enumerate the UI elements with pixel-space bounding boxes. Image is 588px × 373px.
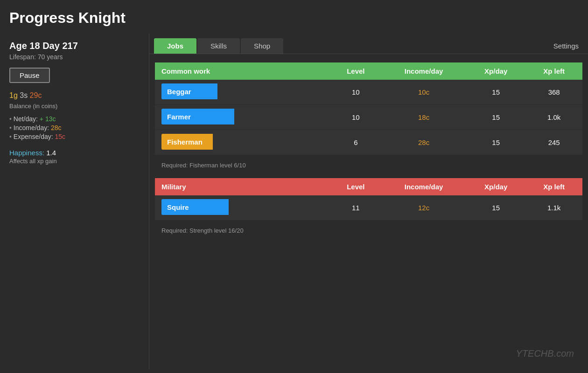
app-title: Progress Knight bbox=[0, 0, 588, 34]
squire-button[interactable]: Squire bbox=[161, 199, 255, 215]
silver-amount: 3s bbox=[20, 91, 28, 99]
farmer-xpleft: 1.0k bbox=[525, 105, 582, 130]
farmer-xpday: 15 bbox=[466, 105, 525, 130]
fisherman-button[interactable]: Fisherman bbox=[161, 134, 255, 150]
beggar-income: 10c bbox=[381, 80, 466, 105]
fisherman-level: 6 bbox=[330, 130, 381, 155]
job-name-cell[interactable]: Farmer bbox=[155, 105, 330, 130]
main-layout: Age 18 Day 217 Lifespan: 70 years Pause … bbox=[0, 34, 588, 369]
happiness-label: Happiness: bbox=[9, 149, 44, 157]
table-row: Fisherman 6 28c 15 245 bbox=[155, 130, 582, 155]
mil-col-xpday: Xp/day bbox=[466, 178, 525, 195]
net-per-day-label: Net/day: bbox=[14, 115, 40, 123]
tab-shop[interactable]: Shop bbox=[241, 38, 283, 54]
happiness-desc: Affects all xp gain bbox=[9, 158, 140, 165]
gold-amount: 1g bbox=[9, 91, 18, 99]
table-row: Beggar 10 10c 15 368 bbox=[155, 80, 582, 105]
tab-bar: Jobs Skills Shop Settings bbox=[149, 34, 588, 54]
net-per-day-value: + 13c bbox=[40, 115, 56, 123]
copper-amount: 29c bbox=[30, 91, 42, 99]
col-xpday: Xp/day bbox=[466, 62, 525, 80]
job-name-cell[interactable]: Beggar bbox=[155, 80, 330, 105]
military-title: Military bbox=[155, 178, 330, 195]
squire-level: 11 bbox=[330, 195, 381, 221]
squire-xpday: 15 bbox=[466, 195, 525, 221]
squire-progress bbox=[161, 199, 229, 215]
beggar-xpleft: 368 bbox=[525, 80, 582, 105]
balance-label: Balance (in coins) bbox=[9, 103, 140, 110]
job-name-cell[interactable]: Fisherman bbox=[155, 130, 330, 155]
beggar-progress bbox=[161, 83, 217, 99]
left-panel: Age 18 Day 217 Lifespan: 70 years Pause … bbox=[0, 34, 149, 369]
fisherman-xpleft: 245 bbox=[525, 130, 582, 155]
settings-button[interactable]: Settings bbox=[549, 39, 583, 53]
military-table: Military Level Income/day Xp/day Xp left bbox=[155, 178, 582, 221]
mil-col-xpleft: Xp left bbox=[525, 178, 582, 195]
farmer-income: 18c bbox=[381, 105, 466, 130]
col-xpleft: Xp left bbox=[525, 62, 582, 80]
squire-xpleft: 1.1k bbox=[525, 195, 582, 221]
tab-skills[interactable]: Skills bbox=[197, 38, 240, 54]
beggar-button[interactable]: Beggar bbox=[161, 83, 255, 99]
mil-col-level: Level bbox=[330, 178, 381, 195]
happiness-block: Happiness: 1.4 Affects all xp gain bbox=[9, 149, 140, 165]
age-info: Age 18 Day 217 bbox=[9, 41, 140, 51]
content-area: Common work Level Income/day Xp/day Xp l… bbox=[149, 54, 588, 247]
common-work-table: Common work Level Income/day Xp/day Xp l… bbox=[155, 62, 582, 155]
watermark: YTECHB.com bbox=[516, 348, 574, 359]
common-work-title: Common work bbox=[155, 62, 330, 80]
table-row: Squire 11 12c 15 1.1k bbox=[155, 195, 582, 221]
income-per-day-value: 28c bbox=[51, 124, 62, 131]
fisherman-income: 28c bbox=[381, 130, 466, 155]
expense-per-day-label: Expense/day: bbox=[14, 133, 55, 140]
income-per-day-label: Income/day: bbox=[14, 124, 51, 131]
col-level: Level bbox=[330, 62, 381, 80]
farmer-level: 10 bbox=[330, 105, 381, 130]
farmer-button[interactable]: Farmer bbox=[161, 109, 255, 124]
job-name-cell[interactable]: Squire bbox=[155, 195, 330, 221]
table-row: Farmer 10 18c 15 1.0k bbox=[155, 105, 582, 130]
mil-col-income: Income/day bbox=[381, 178, 466, 195]
balance-line: 1g 3s 29c bbox=[9, 91, 140, 100]
tab-jobs[interactable]: Jobs bbox=[154, 38, 196, 54]
fisherman-xpday: 15 bbox=[466, 130, 525, 155]
common-work-header: Common work Level Income/day Xp/day Xp l… bbox=[155, 62, 582, 80]
expense-per-day: Expense/day: 15c bbox=[9, 133, 140, 140]
stats-list: Net/day: + 13c Income/day: 28c Expense/d… bbox=[9, 115, 140, 140]
right-panel: Jobs Skills Shop Settings Common work Le… bbox=[149, 34, 588, 369]
expense-per-day-value: 15c bbox=[55, 133, 66, 140]
pause-button[interactable]: Pause bbox=[9, 68, 50, 83]
lifespan: Lifespan: 70 years bbox=[9, 53, 140, 61]
fisherman-progress bbox=[161, 134, 213, 150]
squire-income: 12c bbox=[381, 195, 466, 221]
net-per-day: Net/day: + 13c bbox=[9, 115, 140, 123]
beggar-xpday: 15 bbox=[466, 80, 525, 105]
common-work-required: Required: Fisherman level 6/10 bbox=[155, 159, 582, 173]
beggar-level: 10 bbox=[330, 80, 381, 105]
farmer-progress bbox=[161, 109, 234, 124]
income-per-day: Income/day: 28c bbox=[9, 124, 140, 131]
military-required: Required: Strength level 16/20 bbox=[155, 224, 582, 239]
happiness-value: 1.4 bbox=[46, 149, 56, 157]
col-income: Income/day bbox=[381, 62, 466, 80]
military-header: Military Level Income/day Xp/day Xp left bbox=[155, 178, 582, 195]
